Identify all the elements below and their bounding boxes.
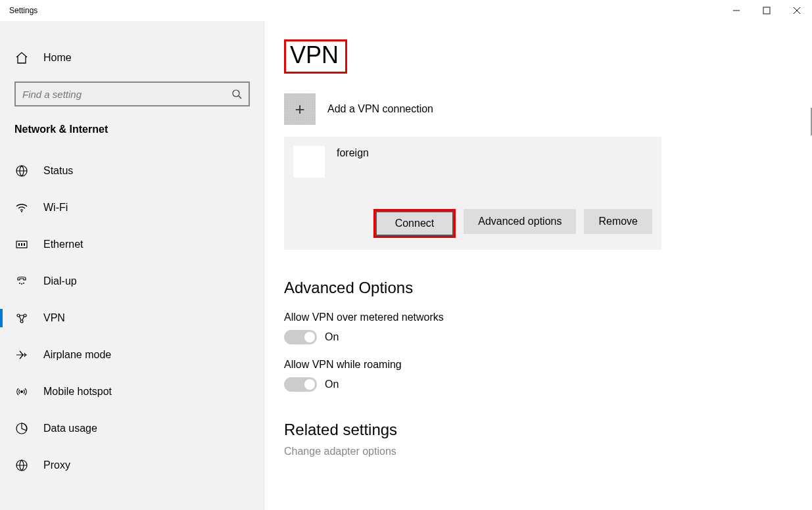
- minimize-button[interactable]: [721, 0, 752, 21]
- search-box[interactable]: [14, 81, 250, 106]
- home-label: Home: [43, 52, 72, 64]
- svg-line-5: [239, 96, 241, 99]
- svg-point-12: [21, 283, 22, 285]
- search-icon: [231, 89, 242, 99]
- svg-rect-10: [21, 243, 22, 246]
- svg-point-7: [21, 211, 22, 212]
- main-content: VPN + Add a VPN connection foreign Conne…: [264, 21, 812, 510]
- svg-point-18: [20, 390, 23, 393]
- proxy-icon: [14, 459, 29, 472]
- wifi-icon: [14, 201, 29, 214]
- sidebar-item-proxy[interactable]: Proxy: [0, 447, 264, 484]
- sidebar-item-label: Ethernet: [43, 239, 83, 250]
- sidebar-item-airplane[interactable]: Airplane mode: [0, 336, 264, 373]
- close-button[interactable]: [782, 0, 812, 21]
- connect-button[interactable]: Connect: [375, 211, 454, 236]
- sidebar-item-ethernet[interactable]: Ethernet: [0, 226, 264, 263]
- home-icon: [14, 51, 29, 64]
- sidebar-item-label: Data usage: [43, 423, 97, 434]
- svg-point-17: [20, 320, 23, 323]
- hotspot-icon: [14, 385, 29, 398]
- sidebar: Home Network & Internet Status Wi-Fi: [0, 21, 264, 510]
- dialup-icon: [14, 275, 29, 288]
- titlebar: Settings: [0, 0, 812, 21]
- roaming-toggle[interactable]: [284, 377, 317, 392]
- sidebar-item-label: Status: [43, 165, 73, 177]
- sidebar-item-label: Mobile hotspot: [43, 386, 112, 398]
- sidebar-item-label: Airplane mode: [43, 349, 111, 361]
- svg-point-14: [23, 283, 24, 284]
- sidebar-item-hotspot[interactable]: Mobile hotspot: [0, 373, 264, 410]
- sidebar-item-status[interactable]: Status: [0, 152, 264, 189]
- window-controls: [721, 0, 812, 21]
- plus-icon: +: [284, 93, 316, 125]
- change-adapter-link[interactable]: Change adapter options: [284, 446, 812, 457]
- metered-state: On: [325, 331, 339, 343]
- svg-point-15: [17, 314, 20, 317]
- vpn-connection-icon: [293, 146, 325, 177]
- status-icon: [14, 164, 29, 177]
- svg-point-16: [24, 314, 26, 317]
- metered-label: Allow VPN over metered networks: [284, 312, 812, 323]
- svg-point-13: [19, 283, 20, 284]
- window-title: Settings: [0, 6, 37, 15]
- svg-point-4: [233, 90, 239, 97]
- svg-rect-9: [18, 243, 20, 246]
- ethernet-icon: [14, 238, 29, 251]
- metered-toggle[interactable]: [284, 330, 317, 344]
- roaming-state: On: [325, 379, 339, 390]
- add-vpn-label: Add a VPN connection: [327, 103, 433, 115]
- sidebar-item-dialup[interactable]: Dial-up: [0, 263, 264, 300]
- sidebar-item-vpn[interactable]: VPN: [0, 300, 264, 336]
- sidebar-item-label: Wi-Fi: [43, 202, 68, 214]
- sidebar-item-datausage[interactable]: Data usage: [0, 410, 264, 447]
- page-title: VPN: [284, 39, 347, 74]
- sidebar-item-label: VPN: [43, 312, 65, 324]
- roaming-label: Allow VPN while roaming: [284, 359, 812, 371]
- vpn-icon: [14, 312, 29, 325]
- svg-rect-1: [763, 7, 770, 14]
- advanced-options-header: Advanced Options: [284, 279, 812, 297]
- home-nav[interactable]: Home: [0, 39, 264, 76]
- vpn-connection-card[interactable]: foreign Connect Advanced options Remove: [284, 137, 661, 250]
- sidebar-item-wifi[interactable]: Wi-Fi: [0, 189, 264, 226]
- related-settings-header: Related settings: [284, 421, 812, 439]
- vpn-connection-name: foreign: [337, 146, 369, 159]
- add-vpn-row[interactable]: + Add a VPN connection: [284, 93, 812, 125]
- sidebar-item-label: Proxy: [43, 459, 70, 471]
- category-header: Network & Internet: [0, 113, 264, 141]
- search-input[interactable]: [22, 89, 220, 100]
- advanced-options-button[interactable]: Advanced options: [464, 209, 576, 234]
- maximize-button[interactable]: [752, 0, 782, 21]
- svg-rect-11: [24, 243, 25, 246]
- data-usage-icon: [14, 422, 29, 435]
- airplane-icon: [14, 348, 29, 361]
- sidebar-item-label: Dial-up: [43, 275, 77, 287]
- remove-button[interactable]: Remove: [584, 209, 652, 234]
